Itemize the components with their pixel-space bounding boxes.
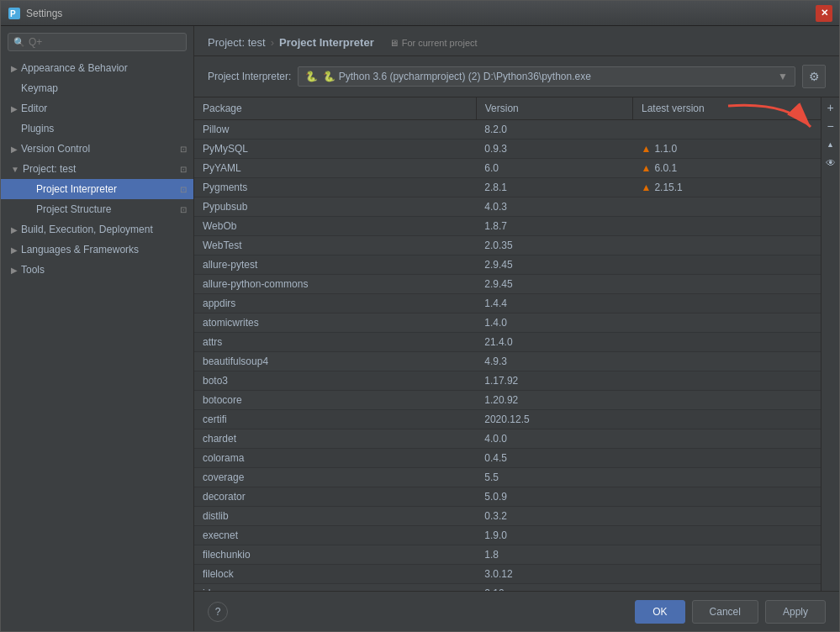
- package-version: 3.0.12: [476, 565, 632, 584]
- package-version: 8.2.0: [476, 120, 632, 140]
- table-row[interactable]: botocore1.20.92: [194, 391, 821, 410]
- sidebar-item-appearance[interactable]: ▶ Appearance & Behavior: [1, 58, 193, 78]
- sidebar-item-label: Project Interpreter: [36, 183, 117, 195]
- package-latest-version: [633, 333, 822, 352]
- table-row[interactable]: atomicwrites1.4.0: [194, 313, 821, 333]
- sidebar-item-tools[interactable]: ▶ Tools: [1, 260, 193, 280]
- package-latest-version: [633, 449, 822, 468]
- table-row[interactable]: idna2.10: [194, 584, 821, 592]
- package-version: 5.0.9: [476, 487, 632, 507]
- table-row[interactable]: appdirs1.4.4: [194, 294, 821, 313]
- sidebar-item-version-control[interactable]: ▶ Version Control ⊡: [1, 139, 193, 159]
- package-version: 1.9.0: [476, 526, 632, 545]
- sidebar-item-keymap[interactable]: Keymap: [1, 78, 193, 98]
- eye-button[interactable]: 👁: [822, 155, 839, 171]
- cancel-button[interactable]: Cancel: [692, 600, 758, 624]
- package-name: decorator: [194, 487, 476, 507]
- package-name: appdirs: [194, 294, 476, 313]
- help-button[interactable]: ?: [208, 602, 228, 622]
- breadcrumb-parent: Project: test: [208, 36, 266, 49]
- table-row[interactable]: WebOb1.8.7: [194, 217, 821, 236]
- svg-text:P: P: [10, 9, 16, 18]
- chevron-down-icon: ▼: [778, 71, 788, 82]
- search-box[interactable]: 🔍: [8, 33, 187, 51]
- sidebar-item-editor[interactable]: ▶ Editor: [1, 98, 193, 118]
- interpreter-label: Project Interpreter:: [208, 71, 291, 82]
- remove-package-button[interactable]: −: [822, 118, 839, 134]
- table-row[interactable]: coverage5.5: [194, 468, 821, 487]
- table-row[interactable]: PyYAML6.0▲6.0.1: [194, 159, 821, 178]
- sidebar-item-label: Plugins: [21, 123, 54, 134]
- table-row[interactable]: boto31.17.92: [194, 371, 821, 391]
- package-version: 6.0: [476, 159, 632, 178]
- sidebar-item-label: Build, Execution, Deployment: [21, 224, 153, 235]
- package-latest-version: ▲2.15.1: [633, 178, 822, 198]
- package-name: Pillow: [194, 120, 476, 140]
- table-row[interactable]: allure-pytest2.9.45: [194, 255, 821, 275]
- package-latest-version: [633, 526, 822, 545]
- table-row[interactable]: Pillow8.2.0: [194, 120, 821, 140]
- sidebar-item-languages-frameworks[interactable]: ▶ Languages & Frameworks: [1, 240, 193, 260]
- package-version: 2.10: [476, 584, 632, 592]
- package-version: 2020.12.5: [476, 410, 632, 429]
- package-area: Package Version Latest version: [194, 97, 839, 591]
- package-name: colorama: [194, 449, 476, 468]
- title-bar-text: Settings: [26, 8, 816, 19]
- add-package-button[interactable]: +: [822, 99, 839, 116]
- column-latest: Latest version: [633, 97, 822, 120]
- breadcrumb-separator: ›: [271, 36, 274, 49]
- search-icon: 🔍: [13, 37, 25, 48]
- table-row[interactable]: filelock3.0.12: [194, 565, 821, 584]
- copy-icon: ⊡: [180, 145, 187, 154]
- sidebar-item-label: Editor: [21, 103, 47, 114]
- app-icon: P: [8, 7, 21, 20]
- interpreter-select[interactable]: 🐍 🐍 Python 3.6 (pycharmproject) (2) D:\P…: [298, 66, 795, 87]
- sidebar-item-build-execution[interactable]: ▶ Build, Execution, Deployment: [1, 219, 193, 240]
- package-latest-version: [633, 507, 822, 526]
- table-row[interactable]: allure-python-commons2.9.45: [194, 275, 821, 294]
- chevron-right-icon: ▶: [11, 225, 18, 234]
- table-row[interactable]: Pypubsub4.0.3: [194, 198, 821, 217]
- sidebar-item-project-interpreter[interactable]: Project Interpreter ⊡: [1, 179, 193, 199]
- table-row[interactable]: WebTest2.0.35: [194, 236, 821, 255]
- close-button[interactable]: ✕: [816, 5, 832, 22]
- package-name: boto3: [194, 371, 476, 391]
- gear-button[interactable]: ⚙: [802, 65, 826, 88]
- table-row[interactable]: chardet4.0.0: [194, 429, 821, 449]
- chevron-right-icon: ▶: [11, 104, 18, 113]
- sidebar-item-plugins[interactable]: Plugins: [1, 118, 193, 139]
- table-row[interactable]: distlib0.3.2: [194, 507, 821, 526]
- package-name: distlib: [194, 507, 476, 526]
- package-latest-version: [633, 371, 822, 391]
- python-icon: 🐍: [305, 71, 318, 82]
- upgrade-arrow-icon: ▲: [642, 162, 652, 174]
- table-row[interactable]: beautifulsoup44.9.3: [194, 352, 821, 371]
- copy-icon: ⊡: [180, 165, 187, 174]
- table-row[interactable]: attrs21.4.0: [194, 333, 821, 352]
- sidebar-item-label: Languages & Frameworks: [21, 244, 139, 255]
- ok-button[interactable]: OK: [635, 600, 684, 624]
- apply-button[interactable]: Apply: [765, 600, 826, 624]
- sidebar-item-project-structure[interactable]: Project Structure ⊡: [1, 199, 193, 219]
- table-row[interactable]: certifi2020.12.5: [194, 410, 821, 429]
- upgrade-arrow-icon: ▲: [642, 143, 652, 155]
- table-row[interactable]: decorator5.0.9: [194, 487, 821, 507]
- package-latest-version: [633, 410, 822, 429]
- copy-icon: ⊡: [180, 185, 187, 194]
- table-row[interactable]: PyMySQL0.9.3▲1.1.0: [194, 140, 821, 159]
- package-latest-version: [633, 120, 822, 140]
- sidebar-item-project-test[interactable]: ▼ Project: test ⊡: [1, 159, 193, 179]
- package-name: PyMySQL: [194, 140, 476, 159]
- table-row[interactable]: filechunkio1.8: [194, 545, 821, 565]
- scroll-up-button[interactable]: ▲: [822, 136, 839, 153]
- package-latest-version: ▲1.1.0: [633, 140, 822, 159]
- sidebar-item-label: Appearance & Behavior: [21, 62, 128, 74]
- table-row[interactable]: colorama0.4.5: [194, 449, 821, 468]
- search-input[interactable]: [29, 36, 181, 48]
- table-row[interactable]: Pygments2.8.1▲2.15.1: [194, 178, 821, 198]
- package-latest-version: [633, 487, 822, 507]
- package-version: 2.8.1: [476, 178, 632, 198]
- package-version: 2.0.35: [476, 236, 632, 255]
- table-row[interactable]: execnet1.9.0: [194, 526, 821, 545]
- package-version: 1.4.0: [476, 313, 632, 333]
